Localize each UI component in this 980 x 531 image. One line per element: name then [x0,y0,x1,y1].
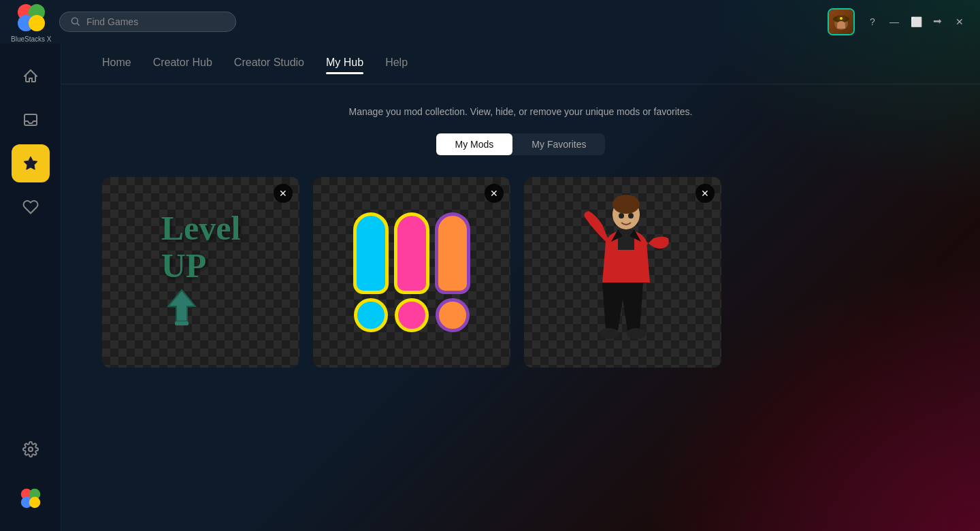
arrow-up-icon [161,287,202,328]
my-mods-toggle[interactable]: My Mods [436,133,513,155]
help-button[interactable]: ? [863,12,882,31]
home-icon [22,68,39,84]
page-subtitle: Manage you mod collection. View, hide, o… [102,106,939,117]
star-icon [22,155,39,172]
cards-grid: ✕ LevelUP [102,177,939,368]
sidebar-item-favorites[interactable] [12,188,50,226]
level-up-arrow [161,287,241,335]
svg-point-24 [627,328,646,339]
exclaim-pink [394,212,429,332]
bluestacks-logo [15,1,48,34]
toggle-group: My Mods My Favorites [436,133,606,155]
search-input[interactable] [86,16,225,27]
card-3-content [524,177,721,368]
main-content: Home Creator Hub Creator Studio My Hub H… [61,44,980,531]
person-figure [565,187,681,357]
card-3-background [524,177,721,368]
sidebar-item-home[interactable] [12,57,50,95]
svg-rect-11 [837,26,845,29]
inbox-icon [22,112,39,128]
mod-card-3[interactable]: ✕ [524,177,721,368]
sidebar [0,44,61,531]
tab-help[interactable]: Help [385,57,408,71]
svg-point-23 [600,328,619,339]
level-up-display: LevelUP [161,210,241,335]
sidebar-item-bs-logo[interactable] [12,479,50,517]
tab-my-hub[interactable]: My Hub [326,57,363,71]
logo-text: BlueStacks X [11,35,51,43]
card-1-background: LevelUP [102,177,299,368]
svg-point-13 [29,447,33,451]
bluestacks-sidebar-logo [18,486,43,511]
exclaim-blue [353,212,389,332]
card-3-close[interactable]: ✕ [696,184,715,203]
mod-card-2[interactable]: ✕ [313,177,510,368]
svg-point-9 [840,17,843,20]
sidebar-item-myhub[interactable] [12,144,50,182]
heart-icon [22,199,39,215]
svg-point-17 [29,497,40,509]
content-area: Manage you mod collection. View, hide, o… [61,84,980,389]
close-button[interactable]: ✕ [950,12,969,31]
card-1-content: LevelUP [102,177,299,368]
card-2-content [313,177,510,368]
topbar-right: ? — ⬜ ⮕ ✕ [828,8,969,35]
topbar: BlueStacks X [0,0,980,44]
window-controls: ? — ⬜ ⮕ ✕ [863,12,969,31]
svg-line-5 [78,23,80,25]
tab-creator-studio[interactable]: Creator Studio [234,57,304,71]
settings-icon [22,441,39,457]
forward-button[interactable]: ⮕ [928,12,947,31]
svg-point-21 [612,195,640,214]
card-1-close[interactable]: ✕ [274,184,293,203]
avatar-button[interactable] [828,8,855,35]
card-2-close[interactable]: ✕ [485,184,504,203]
avatar-icon [830,11,852,33]
svg-rect-19 [175,321,189,325]
level-up-text: LevelUP [161,210,241,285]
svg-marker-18 [168,290,195,321]
svg-point-3 [29,15,45,31]
nav-tabs: Home Creator Hub Creator Studio My Hub H… [61,44,980,84]
my-favorites-toggle[interactable]: My Favorites [512,133,605,155]
minimize-button[interactable]: — [885,12,904,31]
card-2-background [313,177,510,368]
mod-card-1[interactable]: ✕ LevelUP [102,177,299,368]
svg-point-26 [628,213,634,219]
tab-home[interactable]: Home [102,57,131,71]
sidebar-item-settings[interactable] [12,430,50,468]
search-icon [71,16,80,27]
svg-point-4 [72,18,78,24]
exclaim-orange [435,212,470,332]
tab-creator-hub[interactable]: Creator Hub [153,57,212,71]
search-bar[interactable] [59,12,236,32]
logo-area[interactable]: BlueStacks X [11,1,51,43]
sidebar-item-inbox[interactable] [12,101,50,139]
topbar-left: BlueStacks X [11,1,236,43]
svg-rect-22 [618,229,634,250]
avatar [829,10,853,34]
svg-point-25 [619,213,624,219]
restore-button[interactable]: ⬜ [906,12,926,31]
